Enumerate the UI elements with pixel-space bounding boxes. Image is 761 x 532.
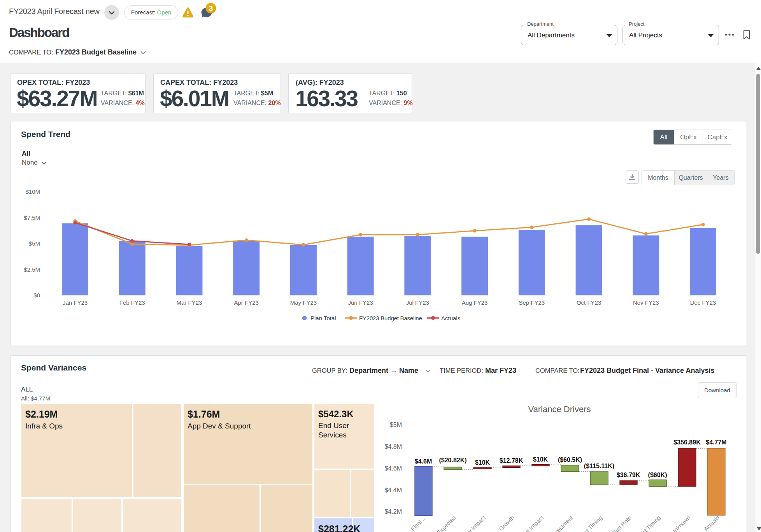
svg-text:Oct FY23: Oct FY23 [577,299,601,306]
svg-text:Mar FY23: Mar FY23 [177,299,202,306]
svg-text:Sep FY23: Sep FY23 [519,299,545,306]
svg-text:$12.78K: $12.78K [500,457,523,464]
svg-text:Apr FY23: Apr FY23 [234,299,259,306]
svg-text:Investment: Investment [549,514,574,532]
svg-text:Actuals: Actuals [441,315,460,321]
svg-text:Plan Total: Plan Total [310,315,336,321]
svg-text:Project Timing: Project Timing [573,514,603,532]
svg-text:$4.8M: $4.8M [385,443,402,450]
svg-text:($115.11K): ($115.11K) [584,463,614,469]
svg-text:Feb FY23: Feb FY23 [119,299,145,306]
svg-text:Run Rate: Run Rate [610,514,633,532]
svg-text:$4.77M: $4.77M [706,439,726,446]
svg-text:Project Timing: Project Timing [631,514,662,532]
svg-text:Salary Impact: Salary Impact [457,514,487,532]
svg-text:Expected: Expected [435,514,457,532]
svg-text:$0: $0 [33,292,40,298]
svg-text:$10M: $10M [25,188,40,195]
svg-text:Dec FY23: Dec FY23 [690,299,716,306]
svg-text:$2.5M: $2.5M [24,266,40,273]
svg-text:$4.4M: $4.4M [385,487,402,493]
svg-text:Jan FY23: Jan FY23 [63,299,88,306]
svg-text:($60.5K): ($60.5K) [558,457,582,463]
svg-text:3: 3 [209,4,213,12]
svg-text:FY2023 Budget Baseline: FY2023 Budget Baseline [359,315,422,321]
svg-text:$5M: $5M [29,240,40,247]
svg-text:$356.89K: $356.89K [673,439,701,446]
svg-text:$7.5M: $7.5M [24,214,40,221]
svg-text:$36.79K: $36.79K [617,472,640,478]
svg-text:Unknown: Unknown [670,514,691,532]
svg-text:Actuals: Actuals [702,514,721,532]
svg-text:Aug FY23: Aug FY23 [462,299,488,306]
svg-text:Growth: Growth [498,514,516,532]
svg-text:($60K): ($60K) [648,472,667,478]
svg-text:Jun FY23: Jun FY23 [348,299,373,306]
svg-text:Jul FY23: Jul FY23 [406,299,429,306]
svg-text:Project Impact: Project Impact [514,514,545,532]
svg-text:Nov FY23: Nov FY23 [633,299,659,306]
svg-text:$4.2M: $4.2M [385,508,402,515]
svg-text:$10K: $10K [475,459,490,466]
svg-text:$5M: $5M [390,421,402,428]
svg-text:Final ...: Final ... [409,514,428,532]
svg-text:Variance Drivers: Variance Drivers [528,404,591,414]
svg-text:$4.6M: $4.6M [415,458,432,465]
svg-text:May FY23: May FY23 [290,299,317,306]
svg-text:$10K: $10K [533,456,548,463]
svg-text:($20.82K): ($20.82K) [439,457,466,464]
svg-text:$4.6M: $4.6M [385,465,402,472]
